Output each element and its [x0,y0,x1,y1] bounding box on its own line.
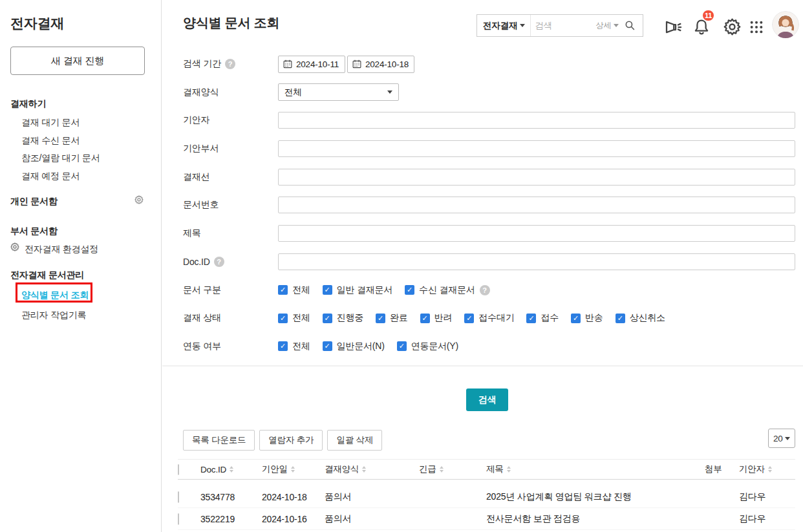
sort-icon[interactable] [507,466,511,473]
checkbox-checked-icon[interactable]: ✓ [571,314,581,323]
sidebar-item-docs-by-form[interactable]: 양식별 문서 조회 [21,288,89,301]
gear-icon[interactable] [722,17,742,37]
sidebar-item-cc-view-docs[interactable]: 참조/열람 대기 문서 [21,151,100,164]
sort-icon[interactable] [440,466,444,473]
checkbox-checked-icon[interactable]: ✓ [323,285,332,295]
checkbox-checked-icon[interactable]: ✓ [278,341,288,351]
doc-category-label: 문서 구분 [183,284,221,296]
approval-line-input[interactable] [278,169,795,186]
status-checkbox-inprogress[interactable]: ✓진행중 [323,312,363,324]
row-checkbox[interactable] [178,513,179,525]
sidebar-item-scheduled-docs[interactable]: 결재 예정 문서 [21,169,80,182]
announcement-icon[interactable] [663,17,683,37]
table-row[interactable]: 3522219 2024-10-16 품의서 전사문서함 보관 점검용 김다우 [178,508,795,530]
sidebar-item-pending-docs[interactable]: 결재 대기 문서 [21,116,80,129]
table-row[interactable]: 3534778 2024-10-18 품의서 2025년 사업계획 영업팀 워크… [178,486,795,508]
date-from-value: 2024-10-11 [296,59,339,69]
bulk-delete-button[interactable]: 일괄 삭제 [327,430,382,451]
checkbox-checked-icon[interactable]: ✓ [464,314,474,323]
select-all-checkbox[interactable] [178,464,179,475]
sidebar-item-dept-docbox[interactable]: 부서 문서함 [10,224,58,237]
sidebar-item-env-settings[interactable]: 전자결재 환경설정 [25,242,98,255]
linkage-checkbox-linked[interactable]: ✓연동문서(Y) [397,341,458,352]
doc-category-checkbox-all[interactable]: ✓ 전체 [278,284,310,296]
doc-number-input[interactable] [278,197,795,213]
field-label-text: 검색 기간 [183,58,221,70]
status-checkbox-returned[interactable]: ✓반송 [571,312,603,324]
title-input[interactable] [278,225,795,242]
search-icon[interactable] [624,19,636,32]
linkage-checkbox-all[interactable]: ✓전체 [278,341,310,352]
status-checkbox-all[interactable]: ✓전체 [278,312,310,324]
checkbox-checked-icon[interactable]: ✓ [278,285,288,295]
doc-id-input[interactable] [278,253,795,270]
sort-icon[interactable] [768,466,772,473]
checkbox-checked-icon[interactable]: ✓ [376,314,385,323]
search-button[interactable]: 검색 [466,388,508,411]
drafter-input[interactable] [278,112,795,129]
doc-category-checkbox-received[interactable]: ✓ 수신 결재문서 [405,284,475,296]
status-checkbox-received[interactable]: ✓접수 [526,312,559,324]
checkbox-checked-icon[interactable]: ✓ [616,314,625,323]
checkbox-checked-icon[interactable]: ✓ [323,314,332,323]
checkbox-checked-icon[interactable]: ✓ [405,285,414,295]
linkage-checkbox-normal[interactable]: ✓일반문서(N) [323,341,385,352]
form-type-select[interactable]: 전체 [278,83,399,101]
form-row-form-type: 결재양식 전체 [183,84,795,101]
search-form: 검색 기간 ? 2024-10-11 2024-10-18 결재양식 전체 기안… [183,56,795,367]
sort-icon[interactable] [362,466,366,473]
chevron-down-icon [614,24,619,27]
col-doc-id: Doc.ID [200,465,226,474]
sort-icon[interactable] [230,466,233,473]
date-from-input[interactable]: 2024-10-11 [278,56,345,73]
checkbox-label: 연동문서(Y) [411,341,458,352]
status-checkbox-rejected[interactable]: ✓반려 [420,312,453,324]
date-to-value: 2024-10-18 [365,59,409,69]
search-detail-toggle[interactable]: 상세 [595,20,619,31]
download-list-button[interactable]: 목록 다운로드 [183,430,255,451]
status-checkbox-cancelled[interactable]: ✓상신취소 [616,312,665,324]
sidebar-item-personal-docbox[interactable]: 개인 문서함 [10,195,58,207]
sidebar-item-received-docs[interactable]: 결재 수신 문서 [21,134,80,147]
search-scope-select[interactable]: 전자결재 [477,15,531,36]
sidebar-item-admin-log[interactable]: 관리자 작업기록 [21,308,86,321]
app-grid-icon[interactable] [749,20,764,34]
doc-category-checkbox-general[interactable]: ✓ 일반 결재문서 [323,284,393,296]
row-checkbox[interactable] [178,491,179,503]
draft-dept-input[interactable] [278,140,795,157]
date-to-input[interactable]: 2024-10-18 [347,56,414,73]
cell-draft-date: 2024-10-16 [262,514,325,524]
status-checkbox-receipt-wait[interactable]: ✓접수대기 [464,312,514,324]
form-row-approval-status: 결재 상태 ✓전체 ✓진행중 ✓완료 ✓반려 ✓접수대기 ✓접수 ✓반송 ✓상신… [183,310,795,326]
cell-title[interactable]: 2025년 사업계획 영업팀 워크샵 진행 [486,491,705,503]
add-viewer-button[interactable]: 열람자 추가 [259,430,323,451]
help-icon[interactable]: ? [225,59,235,69]
form-row-doc-number: 문서번호 [183,197,795,213]
checkbox-label: 진행중 [337,312,363,324]
col-urgent: 긴급 [419,463,436,475]
linkage-label: 연동 여부 [183,341,221,352]
approval-line-label: 결재선 [183,171,209,183]
user-avatar[interactable] [772,11,799,38]
cell-title[interactable]: 전사문서함 보관 점검용 [486,513,705,525]
search-period-label: 검색 기간 ? [183,58,278,70]
personal-docbox-gear-icon[interactable] [134,195,144,205]
checkbox-checked-icon[interactable]: ✓ [526,314,536,323]
sort-icon[interactable] [291,466,295,473]
checkbox-checked-icon[interactable]: ✓ [420,314,430,323]
help-icon[interactable]: ? [480,285,490,295]
notification-count-badge[interactable]: 11 [701,9,715,22]
list-toolbar: 목록 다운로드 열람자 추가 일괄 삭제 [183,430,382,451]
checkbox-label: 상신취소 [630,312,665,324]
new-approval-button[interactable]: 새 결재 진행 [10,47,145,75]
page-size-select[interactable]: 20 [768,429,795,448]
checkbox-checked-icon[interactable]: ✓ [278,314,288,323]
help-icon[interactable]: ? [214,257,224,267]
col-drafter: 기안자 [739,463,765,475]
form-row-drafter: 기안자 [183,112,795,129]
status-checkbox-complete[interactable]: ✓완료 [376,312,408,324]
checkbox-checked-icon[interactable]: ✓ [323,341,332,351]
sidebar-section-doc-mgmt: 전자결재 문서관리 [10,268,84,281]
global-search-input[interactable] [531,21,595,30]
checkbox-checked-icon[interactable]: ✓ [397,341,407,351]
